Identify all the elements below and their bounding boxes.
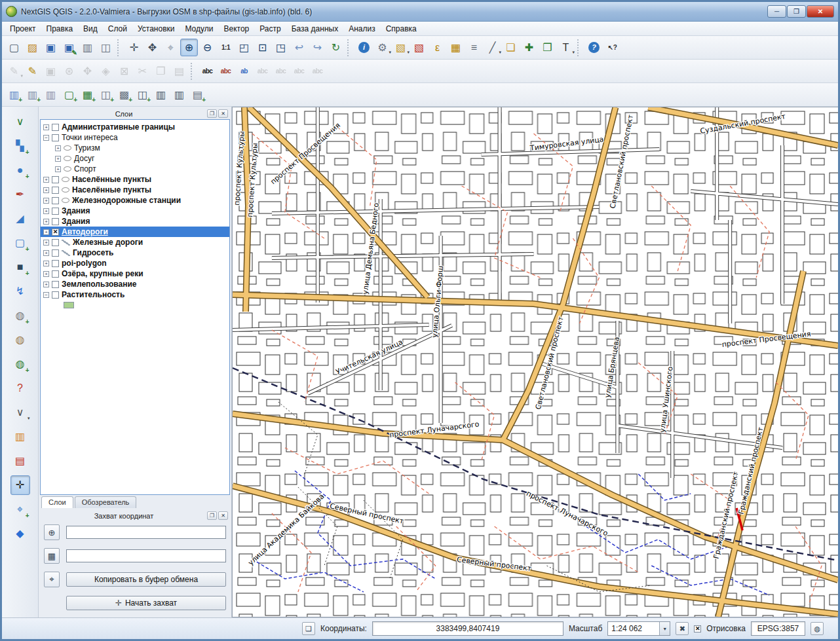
layer-item-lakes-rivers[interactable]: +Озёра, крупные реки xyxy=(41,268,229,279)
layer-checkbox[interactable] xyxy=(52,270,59,278)
expander-icon[interactable]: + xyxy=(43,240,49,246)
layer-item-admin-borders[interactable]: +Административные границы xyxy=(41,122,229,132)
menu-edit[interactable]: Правка xyxy=(41,23,79,35)
touch-zoom-icon[interactable]: ✛ xyxy=(125,39,143,56)
globe-grid-plugin-icon[interactable]: ◍+ xyxy=(10,306,30,325)
histogram-plugin-icon[interactable]: ▥ xyxy=(10,427,30,447)
whats-this-icon[interactable]: ↖? xyxy=(603,39,621,56)
add-wcs-layer-icon[interactable]: ▥ xyxy=(152,86,170,103)
zoom-full-icon[interactable]: ◰ xyxy=(235,39,253,56)
expander-icon[interactable]: + xyxy=(43,250,49,256)
rounded-rect-plugin-icon[interactable]: ▢+ xyxy=(10,233,30,253)
maximize-button[interactable]: ❐ xyxy=(787,5,806,18)
layer-item-buildings-2[interactable]: +Здания xyxy=(41,216,229,227)
capture-coordinate-1-input[interactable] xyxy=(66,526,226,539)
pan-map-icon[interactable]: ✥ xyxy=(143,39,161,56)
add-raster-layer-icon[interactable]: ▩+ xyxy=(115,86,133,103)
field-calculator-icon[interactable]: ≡ xyxy=(465,39,483,56)
layer-checkbox[interactable] xyxy=(52,249,59,257)
layer-checkbox[interactable] xyxy=(52,208,59,215)
layer-checkbox[interactable] xyxy=(52,291,59,299)
menu-settings[interactable]: Установки xyxy=(132,23,180,35)
close-panel-icon[interactable]: ✕ xyxy=(218,109,228,118)
identify-features-icon[interactable]: i xyxy=(355,39,373,56)
expander-icon[interactable]: + xyxy=(43,219,49,225)
layer-item-roads[interactable]: +✕Автодороги xyxy=(41,227,229,237)
layer-checkbox[interactable] xyxy=(52,218,59,225)
layer-item-sport[interactable]: +Спорт xyxy=(41,164,229,174)
scale-dropdown-icon[interactable]: ▼ xyxy=(659,622,670,635)
expander-icon[interactable]: + xyxy=(55,166,61,172)
zoom-next-icon[interactable]: ↪ xyxy=(309,39,326,56)
menu-view[interactable]: Вид xyxy=(78,23,103,35)
expander-icon[interactable]: + xyxy=(43,198,49,204)
pin-add-plugin-icon[interactable]: ⌖+ xyxy=(10,500,30,519)
save-project-icon[interactable]: ▣ xyxy=(42,39,60,56)
menu-help[interactable]: Справка xyxy=(381,23,422,35)
expander-icon[interactable]: − xyxy=(43,292,49,298)
add-vector-layer-icon[interactable]: ◫+ xyxy=(97,86,115,103)
refresh-map-icon[interactable]: ↻ xyxy=(327,39,345,56)
layer-checkbox[interactable]: ✕ xyxy=(52,229,59,236)
layer-checkbox[interactable] xyxy=(52,124,59,131)
checker-plugin-icon[interactable]: ▚+ xyxy=(10,136,30,156)
globe-plugin-icon[interactable]: ◍ xyxy=(10,330,30,350)
node-select-tool-icon[interactable]: ∨▾ xyxy=(10,403,30,422)
layer-checkbox[interactable] xyxy=(52,281,59,288)
capture-crs-icon[interactable]: ⊕ xyxy=(44,524,60,540)
add-mssql-layer-icon[interactable]: ▥ xyxy=(42,86,60,103)
open-project-icon[interactable]: ▨ xyxy=(24,39,41,56)
layer-item-vegetation[interactable]: −Растительность xyxy=(41,289,229,300)
help-icon[interactable]: ? xyxy=(585,39,603,56)
save-project-as-icon[interactable]: ▣✎ xyxy=(60,39,78,56)
capture-coordinate-2-input[interactable] xyxy=(66,549,226,562)
crs-status-icon[interactable]: ◍ xyxy=(811,622,824,635)
minimize-button[interactable]: ─ xyxy=(767,5,786,18)
coordinate-capture-icon[interactable]: ✛ xyxy=(10,475,30,495)
new-shapefile-layer-icon[interactable]: ▢+ xyxy=(60,86,78,103)
render-checkbox[interactable]: ✕ xyxy=(694,625,701,632)
prism-plugin-icon[interactable]: ◢ xyxy=(10,209,30,229)
show-bookmarks-icon[interactable]: ❐ xyxy=(539,39,556,56)
expander-icon[interactable]: + xyxy=(43,124,49,130)
layer-item-buildings-1[interactable]: +Здания xyxy=(41,206,229,216)
menu-project[interactable]: Проект xyxy=(5,23,41,35)
menu-plugins[interactable]: Модули xyxy=(180,23,218,35)
map-tips-icon[interactable]: ❏ xyxy=(502,39,520,56)
close-panel-icon[interactable]: ✕ xyxy=(218,511,228,520)
zoom-in-icon[interactable]: ⊕ xyxy=(180,39,198,56)
dock-tab-browser[interactable]: Обозреватель xyxy=(75,496,137,508)
zoom-to-layer-icon[interactable]: ◳ xyxy=(272,39,290,56)
add-wms-layer-icon[interactable]: ◫+ xyxy=(134,86,151,103)
start-capture-button[interactable]: ✛Начать захват xyxy=(66,596,226,610)
titlebar[interactable]: NextGIS QGIS - 2.2.0-Valmiera - Выгрузки… xyxy=(2,2,838,22)
select-by-expression-icon[interactable]: ε xyxy=(429,39,446,56)
new-spatialite-layer-icon[interactable]: ▦+ xyxy=(79,86,96,103)
text-annotation-icon[interactable]: T▾ xyxy=(557,39,575,56)
expander-icon[interactable]: + xyxy=(55,145,61,151)
zoom-native-icon[interactable]: 1:1 xyxy=(217,39,235,56)
layer-checkbox[interactable] xyxy=(52,187,59,194)
layer-checkbox[interactable] xyxy=(52,260,59,267)
labeling-icon[interactable]: abc xyxy=(199,62,216,80)
layer-checkbox[interactable] xyxy=(52,197,59,204)
mask-plugin-icon[interactable]: ●+ xyxy=(10,160,30,180)
menu-database[interactable]: База данных xyxy=(286,23,343,35)
add-spatialite-layer-icon[interactable]: ▥+ xyxy=(24,86,41,103)
layer-item-railways[interactable]: +Железные дороги xyxy=(41,237,229,247)
open-attribute-table-icon[interactable]: ▦ xyxy=(447,39,465,56)
map-canvas[interactable]: проспект Просвещенияпроспект Культурыпро… xyxy=(232,107,838,617)
highlight-pinned-labels-icon[interactable]: ab xyxy=(235,62,253,80)
add-wfs-layer-icon[interactable]: ▥ xyxy=(170,86,188,103)
new-print-composer-icon[interactable]: ▥ xyxy=(79,39,96,56)
expander-icon[interactable]: + xyxy=(43,271,49,277)
new-bookmark-icon[interactable]: ✚ xyxy=(520,39,538,56)
feather-plugin-icon[interactable]: ✒ xyxy=(10,185,30,204)
track-mouse-icon[interactable]: ⌖ xyxy=(44,572,60,587)
layer-item-landuse[interactable]: +Землепользование xyxy=(41,279,229,289)
deselect-features-icon[interactable]: ▧ xyxy=(410,39,428,56)
pin-labels-icon[interactable]: abc xyxy=(217,62,235,80)
globe-green-plugin-icon[interactable]: ◍+ xyxy=(10,354,30,374)
expander-icon[interactable]: + xyxy=(43,229,49,235)
layer-checkbox[interactable] xyxy=(52,239,59,246)
